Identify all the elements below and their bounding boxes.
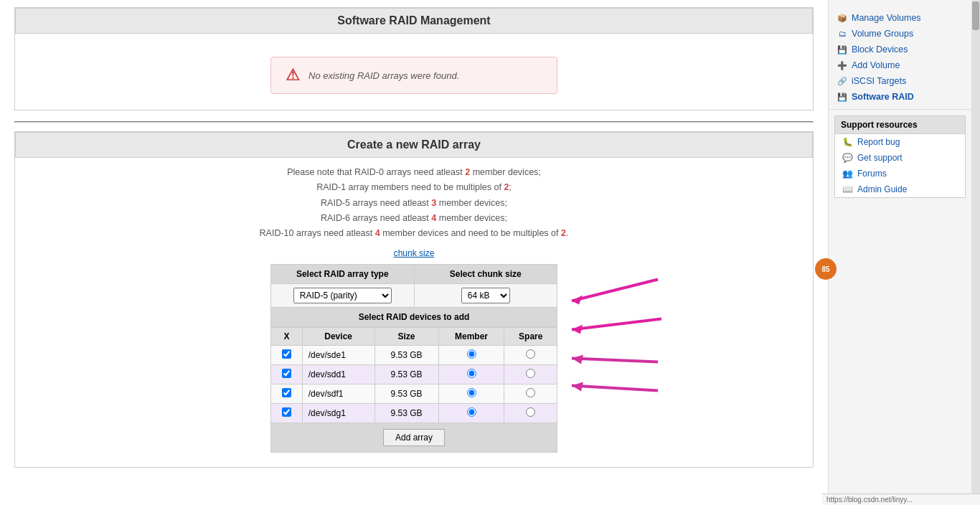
forums-icon: 👥 <box>842 169 853 179</box>
block-devices-icon: 💾 <box>837 44 847 55</box>
raid-dropdowns: RAID-0 (stripe) RAID-1 (mirror) RAID-5 (… <box>270 284 557 308</box>
svg-line-0 <box>572 280 658 301</box>
add-array-button[interactable]: Add array <box>383 429 445 446</box>
row-spare-radio-1[interactable] <box>526 369 535 378</box>
row-checkbox-3[interactable] <box>282 407 291 417</box>
note-line-1: Please note that RAID-0 arrays need atle… <box>15 165 813 180</box>
row-device-2: /dev/sdf1 <box>302 384 374 404</box>
add-array-row: Add array <box>270 423 557 453</box>
sidebar-add-volume-label: Add Volume <box>852 60 900 70</box>
chunk-size-header: Select chunk size <box>415 265 557 283</box>
sidebar-item-iscsi-targets[interactable]: 🔗 iSCSI Targets <box>829 73 971 89</box>
raid-column-headers: Select RAID array type Select chunk size <box>270 264 557 284</box>
sidebar-iscsi-targets-label: iSCSI Targets <box>852 76 906 86</box>
svg-marker-5 <box>572 355 583 364</box>
raid-type-select[interactable]: RAID-0 (stripe) RAID-1 (mirror) RAID-5 (… <box>293 288 392 303</box>
row-device-1: /dev/sdd1 <box>302 365 374 384</box>
sidebar-item-software-raid[interactable]: 💾 Software RAID <box>829 89 971 105</box>
chunk-size-link[interactable]: chunk size <box>15 248 813 258</box>
svg-marker-3 <box>572 325 583 334</box>
sidebar-item-add-volume[interactable]: ➕ Add Volume <box>829 57 971 73</box>
svg-line-2 <box>572 319 661 330</box>
create-raid-section: Create a new RAID array Please note that… <box>14 131 814 468</box>
url-bar: https://blog.csdn.net/linyy... <box>822 494 980 505</box>
table-row: /dev/sdd19.53 GB <box>271 365 557 384</box>
software-raid-icon: 💾 <box>837 92 847 102</box>
sidebar-nav: 📦 Manage Volumes 🗂 Volume Groups 💾 Block… <box>829 6 971 110</box>
row-size-0: 9.53 GB <box>374 346 438 365</box>
row-checkbox-1[interactable] <box>282 369 291 378</box>
col-spare: Spare <box>504 328 557 346</box>
row-member-radio-1[interactable] <box>467 369 476 378</box>
notification-badge: 85 <box>815 258 837 280</box>
table-row: /dev/sdg19.53 GB <box>271 404 557 423</box>
sidebar-item-manage-volumes[interactable]: 📦 Manage Volumes <box>829 10 971 26</box>
sidebar-volume-groups-label: Volume Groups <box>852 29 913 39</box>
get-support-icon: 💬 <box>842 153 853 163</box>
row-size-2: 9.53 GB <box>374 384 438 404</box>
col-size: Size <box>374 328 438 346</box>
raid-type-cell: RAID-0 (stripe) RAID-1 (mirror) RAID-5 (… <box>271 284 415 307</box>
admin-guide-label: Admin Guide <box>857 184 907 194</box>
row-spare-radio-2[interactable] <box>526 388 535 397</box>
chunk-size-cell: 4 kB 8 kB 16 kB 32 kB 64 kB 128 kB 256 k… <box>415 284 557 307</box>
row-member-radio-0[interactable] <box>467 349 476 359</box>
row-member-radio-2[interactable] <box>467 388 476 397</box>
report-bug-icon: 🐛 <box>842 137 853 147</box>
support-section: Support resources 🐛 Report bug 💬 Get sup… <box>834 115 966 198</box>
support-item-admin-guide[interactable]: 📖 Admin Guide <box>835 181 965 197</box>
support-item-report-bug[interactable]: 🐛 Report bug <box>835 134 965 150</box>
sidebar-item-block-devices[interactable]: 💾 Block Devices <box>829 42 971 57</box>
row-size-3: 9.53 GB <box>374 404 438 423</box>
note-line-3: RAID-5 arrays need atleast 3 member devi… <box>15 196 813 211</box>
svg-marker-1 <box>572 296 583 305</box>
note-line-4: RAID-6 arrays need atleast 4 member devi… <box>15 211 813 226</box>
sidebar-manage-volumes-label: Manage Volumes <box>852 13 921 23</box>
alert-message: No existing RAID arrays were found. <box>308 70 459 81</box>
raid-table-container: Select RAID array type Select chunk size… <box>270 264 557 453</box>
forums-label: Forums <box>857 169 887 179</box>
page-title: Software RAID Management <box>15 8 813 34</box>
top-section: Software RAID Management ⚠ No existing R… <box>14 7 814 110</box>
row-spare-radio-0[interactable] <box>526 349 535 359</box>
svg-marker-7 <box>572 382 583 392</box>
table-row: /dev/sde19.53 GB <box>271 346 557 365</box>
report-bug-label: Report bug <box>857 137 900 147</box>
sidebar-item-volume-groups[interactable]: 🗂 Volume Groups <box>829 26 971 42</box>
scrollbar-thumb[interactable] <box>972 1 979 30</box>
warning-icon: ⚠ <box>286 66 300 85</box>
sidebar: 📦 Manage Volumes 🗂 Volume Groups 💾 Block… <box>828 0 971 505</box>
row-size-1: 9.53 GB <box>374 365 438 384</box>
svg-line-6 <box>572 386 658 391</box>
table-row: /dev/sdf19.53 GB <box>271 384 557 404</box>
col-device: Device <box>302 328 374 346</box>
arrows-decoration <box>557 264 672 453</box>
main-content: Software RAID Management ⚠ No existing R… <box>0 0 828 505</box>
sidebar-block-devices-label: Block Devices <box>852 44 908 55</box>
volume-groups-icon: 🗂 <box>837 29 847 39</box>
row-checkbox-0[interactable] <box>282 349 291 359</box>
notes-area: Please note that RAID-0 arrays need atle… <box>15 165 813 241</box>
row-device-0: /dev/sde1 <box>302 346 374 365</box>
support-item-get-support[interactable]: 💬 Get support <box>835 150 965 166</box>
svg-line-4 <box>572 359 658 362</box>
sidebar-software-raid-label: Software RAID <box>852 92 914 102</box>
col-member: Member <box>438 328 504 346</box>
devices-header: Select RAID devices to add <box>270 308 557 327</box>
support-item-forums[interactable]: 👥 Forums <box>835 166 965 181</box>
note-line-5: RAID-10 arrays need atleast 4 member dev… <box>15 226 813 241</box>
note-line-2: RAID-1 array members need to be multiple… <box>15 180 813 195</box>
row-spare-radio-3[interactable] <box>526 407 535 417</box>
get-support-label: Get support <box>857 153 903 163</box>
chunk-size-select[interactable]: 4 kB 8 kB 16 kB 32 kB 64 kB 128 kB 256 k… <box>461 288 510 303</box>
row-member-radio-3[interactable] <box>467 407 476 417</box>
iscsi-targets-icon: 🔗 <box>837 76 847 86</box>
raid-type-header: Select RAID array type <box>271 265 415 283</box>
row-checkbox-2[interactable] <box>282 388 291 397</box>
manage-volumes-icon: 📦 <box>837 13 847 23</box>
devices-table: X Device Size Member Spare /dev/sde19.53… <box>270 327 557 423</box>
support-title: Support resources <box>835 116 965 134</box>
scrollbar[interactable] <box>971 0 980 505</box>
create-raid-title: Create a new RAID array <box>15 132 813 158</box>
alert-box: ⚠ No existing RAID arrays were found. <box>270 57 557 94</box>
